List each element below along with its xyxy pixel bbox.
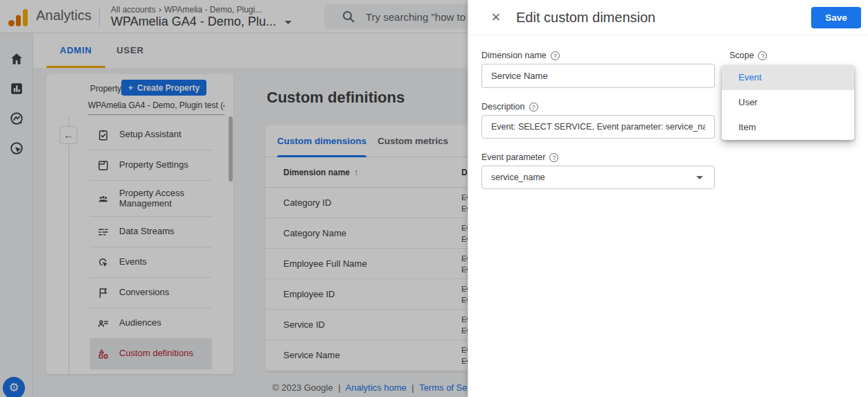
- ga-admin-screen: Analytics All accounts›WPAmelia - Demo, …: [0, 0, 868, 397]
- description-input[interactable]: [481, 115, 715, 139]
- scope-option-event[interactable]: Event: [722, 65, 854, 90]
- panel-header: × Edit custom dimension Save: [468, 0, 868, 35]
- description-label: Description: [481, 102, 538, 112]
- scope-option-item[interactable]: Item: [722, 115, 854, 140]
- dimension-name-input[interactable]: [481, 64, 715, 88]
- close-icon[interactable]: ×: [486, 8, 506, 27]
- help-icon[interactable]: [551, 51, 560, 60]
- edit-custom-dimension-panel: × Edit custom dimension Save Dimension n…: [468, 0, 868, 397]
- help-icon[interactable]: [549, 153, 558, 162]
- help-icon[interactable]: [758, 51, 767, 60]
- save-button[interactable]: Save: [811, 7, 861, 28]
- scope-dropdown-menu: Event User Item: [722, 65, 854, 140]
- caret-down-icon: [696, 176, 703, 179]
- dimension-name-label: Dimension name: [481, 51, 560, 60]
- scope-label: Scope: [729, 51, 767, 60]
- event-parameter-label: Event parameter: [481, 152, 558, 162]
- event-parameter-select[interactable]: service_name: [481, 166, 715, 189]
- scope-option-user[interactable]: User: [722, 90, 854, 115]
- panel-title: Edit custom dimension: [516, 10, 655, 26]
- overlay-scrim[interactable]: [0, 0, 468, 397]
- help-icon[interactable]: [529, 103, 538, 112]
